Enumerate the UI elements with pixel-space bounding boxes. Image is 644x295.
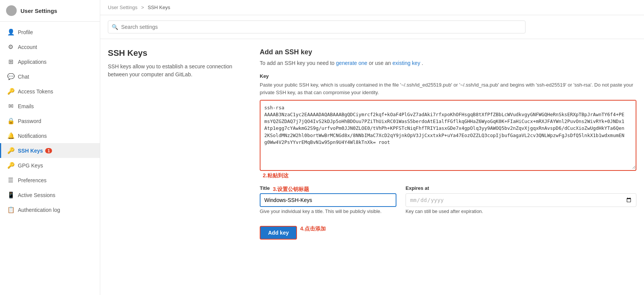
sidebar-item-access-tokens[interactable]: 🔑Access Tokens <box>0 84 100 99</box>
sidebar-item-auth-log[interactable]: 📋Authentication log <box>0 202 100 217</box>
sidebar-item-label-auth-log: Authentication log <box>18 207 60 213</box>
add-btn-row: Add key 4.点击添加 <box>260 218 636 240</box>
key-field-label: Key <box>260 73 636 79</box>
profile-icon: 👤 <box>7 28 14 36</box>
add-key-button[interactable]: Add key <box>260 226 297 240</box>
sidebar-item-label-password: Password <box>18 118 41 124</box>
section-desc: SSH keys allow you to establish a secure… <box>108 63 245 79</box>
key-textarea-wrap <box>260 100 636 171</box>
sidebar-title: User Settings <box>21 8 57 14</box>
sidebar-item-label-gpg-keys: GPG Keys <box>18 162 43 169</box>
existing-key-link[interactable]: existing key <box>393 60 420 66</box>
key-textarea[interactable] <box>260 101 636 169</box>
sidebar-item-label-applications: Applications <box>18 59 47 65</box>
sidebar-item-account[interactable]: ⚙Account <box>0 39 100 54</box>
account-icon: ⚙ <box>7 43 14 50</box>
sidebar-header: User Settings <box>0 0 100 22</box>
avatar <box>6 5 17 16</box>
search-input[interactable] <box>108 21 526 33</box>
title-input[interactable] <box>260 193 396 207</box>
search-icon: 🔍 <box>112 24 118 30</box>
breadcrumb: User Settings > SSH Keys <box>100 0 644 15</box>
content-area: SSH Keys SSH keys allow you to establish… <box>100 39 644 295</box>
sidebar-item-preferences[interactable]: ☰Preferences <box>0 173 100 188</box>
sidebar-item-gpg-keys[interactable]: 🔑GPG Keys <box>0 158 100 173</box>
key-annotation: 2.粘贴到这 <box>263 172 289 178</box>
sidebar-item-chat[interactable]: 💬Chat <box>0 69 100 84</box>
ssh-keys-icon: 🔑 <box>7 147 14 154</box>
title-label-row: Title 3.设置公钥标题 <box>260 185 396 193</box>
left-column: SSH Keys SSH keys allow you to establish… <box>108 48 245 286</box>
sidebar-item-label-chat: Chat <box>18 74 29 80</box>
sidebar-item-label-active-sessions: Active Sessions <box>18 192 55 198</box>
chat-icon: 💬 <box>7 73 14 80</box>
breadcrumb-sep: > <box>141 5 144 10</box>
applications-icon: ⊞ <box>7 58 14 65</box>
sidebar-item-emails[interactable]: ✉Emails <box>0 99 100 114</box>
sidebar-item-label-ssh-keys: SSH Keys <box>18 148 43 154</box>
sidebar-item-label-account: Account <box>18 44 37 50</box>
emails-icon: ✉ <box>7 103 14 110</box>
add-desc-mid: or use an <box>369 60 392 66</box>
search-input-wrap: 🔍 <box>108 21 526 33</box>
add-ssh-title: Add an SSH key <box>260 48 636 56</box>
sidebar-badge-ssh-keys: 1 <box>45 148 52 153</box>
sidebar: User Settings 👤Profile⚙Account⊞Applicati… <box>0 0 100 295</box>
password-icon: 🔒 <box>7 117 14 125</box>
main-content: User Settings > SSH Keys 🔍 SSH Keys SSH … <box>100 0 644 295</box>
sidebar-item-label-emails: Emails <box>18 103 34 109</box>
expires-input[interactable] <box>406 193 636 207</box>
active-sessions-icon: 📱 <box>7 191 14 199</box>
sidebar-item-active-sessions[interactable]: 📱Active Sessions <box>0 188 100 202</box>
breadcrumb-parent[interactable]: User Settings <box>108 5 137 10</box>
title-group: Title 3.设置公钥标题 Give your individual key … <box>260 185 396 215</box>
notifications-icon: 🔔 <box>7 132 14 139</box>
sidebar-item-label-profile: Profile <box>18 29 33 35</box>
add-desc-prefix: To add an SSH key you need to <box>260 60 336 66</box>
sidebar-item-password[interactable]: 🔒Password <box>0 114 100 128</box>
sidebar-item-label-notifications: Notifications <box>18 133 47 139</box>
access-tokens-icon: 🔑 <box>7 88 14 95</box>
sidebar-item-applications[interactable]: ⊞Applications <box>0 54 100 69</box>
sidebar-nav: 👤Profile⚙Account⊞Applications💬Chat🔑Acces… <box>0 22 100 220</box>
form-row: Title 3.设置公钥标题 Give your individual key … <box>260 185 636 215</box>
add-annotation: 4.点击添加 <box>300 226 326 232</box>
title-annotation: 3.设置公钥标题 <box>273 186 309 193</box>
title-label: Title <box>260 185 270 191</box>
expires-label: Expires at <box>406 185 636 191</box>
sidebar-item-label-access-tokens: Access Tokens <box>18 88 53 95</box>
gpg-keys-icon: 🔑 <box>7 162 14 169</box>
section-title: SSH Keys <box>108 48 245 58</box>
sidebar-item-notifications[interactable]: 🔔Notifications <box>0 128 100 143</box>
right-column: Add an SSH key To add an SSH key you nee… <box>260 48 636 286</box>
sidebar-item-label-preferences: Preferences <box>18 177 46 183</box>
add-ssh-desc: To add an SSH key you need to generate o… <box>260 59 636 67</box>
expires-hint: Key can still be used after expiration. <box>406 208 636 215</box>
key-description: Paste your public SSH key, which is usua… <box>260 81 636 96</box>
breadcrumb-current: SSH Keys <box>148 5 170 10</box>
expires-group: Expires at Key can still be used after e… <box>406 185 636 215</box>
title-hint: Give your individual key a title. This w… <box>260 208 396 215</box>
sidebar-item-profile[interactable]: 👤Profile <box>0 25 100 39</box>
preferences-icon: ☰ <box>7 177 14 184</box>
sidebar-item-ssh-keys[interactable]: 🔑SSH Keys1 <box>0 143 100 158</box>
add-desc-suffix: . <box>422 60 423 66</box>
search-bar: 🔍 <box>100 15 644 39</box>
generate-one-link[interactable]: generate one <box>336 60 368 66</box>
auth-log-icon: 📋 <box>7 206 14 213</box>
